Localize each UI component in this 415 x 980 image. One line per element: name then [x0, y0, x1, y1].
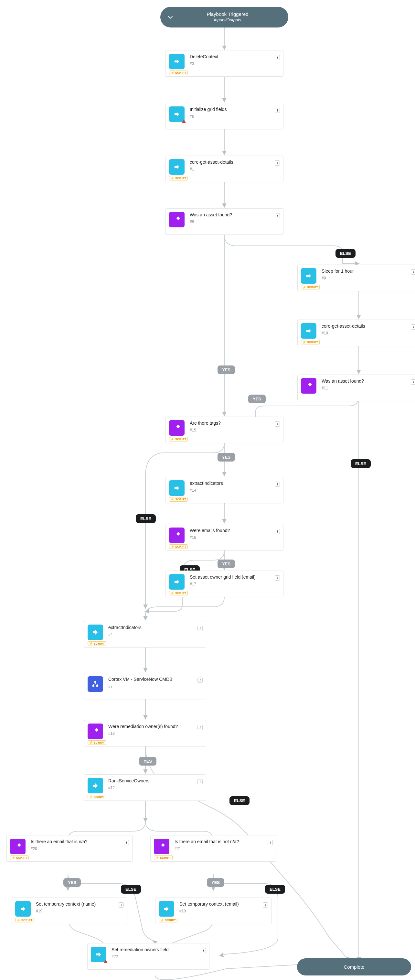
node-num: #21	[174, 846, 265, 851]
info-icon[interactable]: i	[275, 213, 280, 218]
node-title: Were remediation owner(s) found?	[108, 724, 194, 729]
else-label: ELSE	[336, 249, 356, 258]
node-extract-indicators-4[interactable]: extractIndicators #4 i ⚡ SCRIPT	[84, 621, 206, 648]
script-tag: ⚡ SCRIPT	[169, 497, 188, 502]
svg-rect-4	[94, 681, 96, 683]
complete-node[interactable]: Complete	[297, 958, 411, 975]
node-num: #20	[31, 846, 120, 851]
node-was-asset-found-8[interactable]: Was an asset found? #8 i	[165, 208, 284, 235]
node-title: DeleteContext	[190, 54, 271, 59]
node-num: #4	[108, 632, 194, 637]
trigger-node[interactable]: Playbook Triggered Inputs/Outputs	[160, 7, 288, 27]
script-tag: ⚡ SCRIPT	[10, 856, 29, 860]
info-icon[interactable]: i	[198, 725, 203, 730]
node-title: Set asset owner grid field (email)	[190, 574, 271, 580]
node-are-there-tags[interactable]: Are there tags? #15 i ⚡ SCRIPT	[165, 417, 284, 443]
node-cortex-vm-servicenow[interactable]: Cortex VM - ServiceNow CMDB #7 i	[84, 673, 206, 699]
node-is-email-na[interactable]: Is there an email that is n/a? #20 i ⚡ S…	[6, 835, 133, 862]
node-num: #17	[190, 582, 271, 586]
chevron-down-icon	[168, 14, 173, 20]
info-icon[interactable]: i	[124, 840, 129, 845]
trigger-subtitle: Inputs/Outputs	[180, 18, 276, 22]
node-rank-service-owners[interactable]: RankServiceOwners #12 i ⚡ SCRIPT	[84, 774, 206, 801]
script-tag: ⚡ SCRIPT	[154, 856, 173, 860]
node-num: #18	[179, 909, 260, 913]
yes-label: YES	[63, 878, 81, 887]
node-num: #12	[108, 786, 194, 790]
complete-label: Complete	[344, 964, 364, 970]
info-icon[interactable]: i	[198, 678, 203, 683]
node-num: #11	[322, 386, 407, 390]
task-icon	[87, 778, 103, 793]
node-set-temp-context-email[interactable]: Set temporary context (email) #18 i ⚡ SC…	[155, 897, 271, 924]
node-num: #8	[190, 220, 271, 224]
node-num: #10	[322, 331, 407, 336]
node-core-get-asset-details-10[interactable]: core-get-asset-details #10 i ⚡ SCRIPT	[297, 320, 415, 346]
node-set-temp-context-name[interactable]: Set temporary context (name) #19 i ⚡ SCR…	[12, 897, 127, 924]
info-icon[interactable]: i	[275, 482, 280, 487]
node-is-email-not-na[interactable]: Is there an email that is not n/a? #21 i…	[150, 835, 276, 862]
node-title: Are there tags?	[190, 420, 271, 426]
info-icon[interactable]: i	[411, 379, 415, 385]
svg-rect-8	[17, 843, 21, 847]
info-icon[interactable]: i	[275, 161, 280, 165]
info-icon[interactable]: i	[411, 325, 415, 329]
task-icon	[15, 901, 31, 916]
node-title: Were emails found?	[190, 528, 271, 533]
node-title: Is there an email that is n/a?	[31, 838, 120, 845]
info-icon[interactable]: i	[119, 902, 124, 908]
info-icon[interactable]: i	[411, 269, 415, 275]
yes-label: YES	[207, 878, 224, 887]
node-sleep-1h[interactable]: Sleep for 1 hour #9 i ⚡ SCRIPT	[297, 264, 415, 291]
else-label: ELSE	[265, 885, 285, 894]
node-num: #3	[190, 62, 271, 66]
node-delete-context[interactable]: DeleteContext #3 i ⚡ SCRIPT	[165, 50, 284, 76]
info-icon[interactable]: i	[275, 529, 280, 534]
node-set-asset-owner-email[interactable]: Set asset owner grid field (email) #17 i…	[165, 571, 284, 597]
info-icon[interactable]: i	[275, 422, 280, 426]
node-was-asset-found-11[interactable]: Was an asset found? #11 i	[297, 374, 415, 401]
task-icon	[159, 901, 174, 916]
info-icon[interactable]: i	[268, 840, 273, 845]
task-icon	[169, 574, 185, 590]
svg-rect-3	[176, 532, 180, 536]
node-set-remediation-owners[interactable]: Set remediation owners field #22 i	[87, 943, 209, 970]
else-label: ELSE	[351, 459, 371, 468]
node-title: Was an asset found?	[190, 212, 271, 218]
warning-icon	[182, 119, 186, 123]
info-icon[interactable]: i	[275, 55, 280, 60]
task-icon	[301, 323, 317, 339]
svg-rect-0	[176, 216, 180, 220]
script-tag: ⚡ SCRIPT	[15, 918, 34, 923]
node-num: #16	[190, 535, 271, 540]
info-icon[interactable]: i	[275, 575, 280, 581]
condition-icon	[301, 378, 317, 394]
node-initialize-grid-fields[interactable]: Initialize grid fields #6 i	[165, 103, 284, 129]
script-tag: ⚡ SCRIPT	[169, 437, 188, 441]
node-title: extractIndicators	[108, 625, 194, 630]
node-title: core-get-asset-details	[190, 159, 271, 165]
info-icon[interactable]: i	[263, 902, 268, 908]
svg-rect-1	[308, 383, 312, 386]
node-num: #1	[190, 167, 271, 172]
node-title: RankServiceOwners	[108, 778, 194, 784]
warning-icon	[104, 959, 108, 963]
else-label: ELSE	[136, 514, 156, 523]
yes-label: YES	[217, 366, 235, 374]
node-were-emails-found[interactable]: Were emails found? #16 i ⚡ SCRIPT	[165, 524, 284, 550]
node-title: Sleep for 1 hour	[322, 268, 407, 274]
condition-icon	[87, 724, 103, 739]
node-extract-indicators-14[interactable]: extractIndicators #14 i ⚡ SCRIPT	[165, 477, 284, 503]
info-icon[interactable]: i	[275, 108, 280, 113]
condition-icon	[169, 212, 185, 228]
info-icon[interactable]: i	[198, 779, 203, 784]
info-icon[interactable]: i	[201, 948, 206, 953]
node-num: #15	[190, 428, 271, 433]
else-label: ELSE	[121, 885, 141, 894]
node-were-remediation-owners-found[interactable]: Were remediation owner(s) found? #13 i ⚡…	[84, 720, 206, 746]
node-title: Set temporary context (name)	[36, 901, 116, 907]
node-core-get-asset-details-1[interactable]: core-get-asset-details #1 i ⚡ SCRIPT	[165, 156, 284, 182]
svg-rect-7	[95, 728, 98, 732]
condition-icon	[154, 838, 169, 854]
info-icon[interactable]: i	[198, 626, 203, 631]
